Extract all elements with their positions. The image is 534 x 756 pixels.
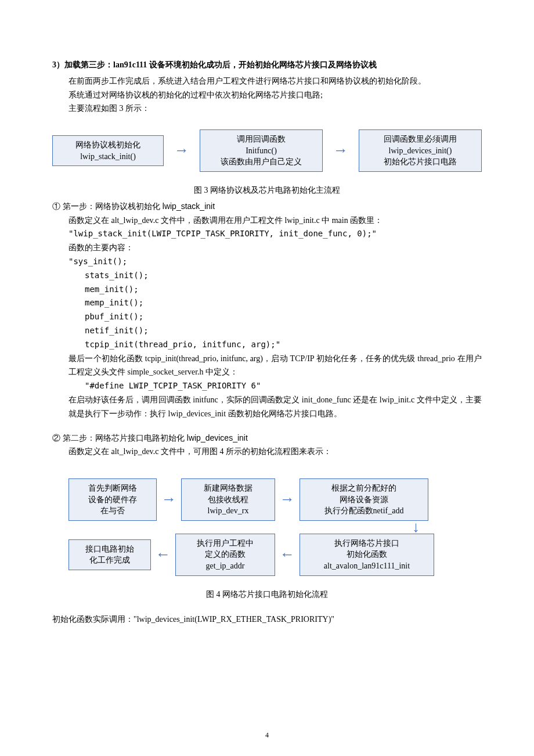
step-1: ① 第一步：网络协议栈初始化 lwip_stack_init 函数定义在 alt… xyxy=(52,200,482,421)
flow-box: 根据之前分配好的 网络设备资源 执行分配函数netif_add xyxy=(300,478,428,521)
code: "sys_init(); xyxy=(52,255,482,269)
text: lwip_stack_init() xyxy=(59,151,157,163)
step-title: ① 第一步：网络协议栈初始化 lwip_stack_init xyxy=(52,200,482,214)
text: 初始化函数实际调用："lwip_devices_init(LWIP_RX_ETH… xyxy=(52,613,482,627)
arrow-right-icon: → xyxy=(332,138,349,163)
paragraph: 系统通过对网络协议栈的初始化的过程中依次初始化网络芯片接口电路; xyxy=(52,88,482,102)
step-2: ② 第二步：网络芯片接口电路初始化 lwip_devices_init 函数定义… xyxy=(52,431,482,459)
flow-box: 新建网络数据 包接收线程 lwip_dev_rx xyxy=(181,478,275,521)
code: netif_init(); xyxy=(52,324,482,338)
text: ② 第二步：网络芯片接口电路初始化 lwip_devices_init xyxy=(52,433,248,442)
text: 网络设备资源 xyxy=(306,494,422,506)
paragraph: 主要流程如图 3 所示： xyxy=(52,102,482,116)
arrow-left-icon: ← xyxy=(279,542,296,567)
text: 接口电路初始 xyxy=(75,543,145,555)
text: 在与否 xyxy=(75,505,150,517)
code: pbuf_init(); xyxy=(52,310,482,324)
text: 回调函数里必须调用 xyxy=(365,134,475,145)
text: 执行用户工程中 xyxy=(182,538,269,549)
diagram-3: 网络协议栈初始化 lwip_stack_init() → 调用回调函数 Init… xyxy=(52,129,482,172)
text: lwip_dev_rx xyxy=(187,505,269,517)
text: 执行分配函数netif_add xyxy=(306,505,422,517)
arrow-right-icon: → xyxy=(160,487,178,512)
text: 设备的硬件存 xyxy=(75,494,150,506)
step-title: ② 第二步：网络芯片接口电路初始化 lwip_devices_init xyxy=(52,431,482,445)
text: 函数定义在 alt_lwip_dev.c 文件中，函数调用在用户工程文件 lwi… xyxy=(52,214,482,228)
figure-caption-4: 图 4 网络芯片接口电路初始化流程 xyxy=(52,588,482,602)
text: 该函数由用户自己定义 xyxy=(206,156,316,168)
flow-box: 执行网络芯片接口 初始化函数 alt_avalon_lan91c111_init xyxy=(300,534,434,576)
flow-box: 调用回调函数 Initfunc() 该函数由用户自己定义 xyxy=(200,129,323,172)
page: 3）加载第三步：lan91c111 设备环境初始化成功后，开始初始化网络芯片接口… xyxy=(0,0,534,756)
code: "#define LWIP_TCPIP_TASK_PRIORITY 6" xyxy=(52,379,482,393)
code: mem_init(); xyxy=(52,283,482,297)
text: get_ip_addr xyxy=(182,560,269,572)
text: 初始化函数 xyxy=(306,549,428,560)
page-number: 4 xyxy=(0,729,534,741)
code: tcpip_init(thread_prio, initfunc, arg);" xyxy=(52,338,482,352)
text: 定义的函数 xyxy=(182,549,269,560)
code: "lwip_stack_init(LWIP_TCPIP_TASK_PRIORIT… xyxy=(52,227,482,241)
text: 新建网络数据 xyxy=(187,483,269,494)
text: ① 第一步：网络协议栈初始化 lwip_stack_init xyxy=(52,201,215,211)
flow-box: 执行用户工程中 定义的函数 get_ip_addr xyxy=(175,534,275,576)
flow-box: 接口电路初始 化工作完成 xyxy=(68,539,151,570)
text: 化工作完成 xyxy=(75,555,145,566)
text: lwip_devices_init() xyxy=(365,145,475,157)
figure-caption-3: 图 3 网络协议栈及芯片电路初始化主流程 xyxy=(52,183,482,197)
text: 根据之前分配好的 xyxy=(306,483,422,494)
arrow-left-icon: ← xyxy=(154,542,172,567)
section-heading-3: 3）加载第三步：lan91c111 设备环境初始化成功后，开始初始化网络芯片接口… xyxy=(52,58,482,72)
code: memp_init(); xyxy=(52,296,482,310)
text: alt_avalon_lan91c111_init xyxy=(306,560,428,572)
flow-box: 首先判断网络 设备的硬件存 在与否 xyxy=(68,478,157,521)
arrow-right-icon: → xyxy=(173,138,190,163)
paragraph: 在前面两步工作完成后，系统进入结合用户工程文件进行网络芯片接口和网络协议栈的初始… xyxy=(52,74,482,88)
text: 包接收线程 xyxy=(187,494,269,506)
flow-box: 回调函数里必须调用 lwip_devices_init() 初始化芯片接口电路 xyxy=(359,129,482,172)
text: 执行网络芯片接口 xyxy=(306,538,428,549)
diagram-4: 首先判断网络 设备的硬件存 在与否 → 新建网络数据 包接收线程 lwip_de… xyxy=(68,478,475,576)
text: 函数定义在 alt_lwip_dev.c 文件中，可用图 4 所示的初始化流程图… xyxy=(52,445,482,459)
text: 网络协议栈初始化 xyxy=(59,139,157,151)
text: 初始化芯片接口电路 xyxy=(365,156,475,168)
code: stats_init(); xyxy=(52,269,482,283)
text: 函数的主要内容： xyxy=(52,241,482,255)
text: 最后一个初始化函数 tcpip_init(thread_prio, initfu… xyxy=(52,352,482,380)
flow-box: 网络协议栈初始化 lwip_stack_init() xyxy=(52,135,164,166)
text: 在启动好该任务后，调用回调函数 initfunc，实际的回调函数定义 init_… xyxy=(52,393,482,421)
text: 首先判断网络 xyxy=(75,483,150,494)
text: Initfunc() xyxy=(206,145,316,157)
text: 调用回调函数 xyxy=(206,134,316,145)
arrow-right-icon: → xyxy=(279,487,296,512)
arrow-down-icon: ↓ xyxy=(68,520,475,535)
